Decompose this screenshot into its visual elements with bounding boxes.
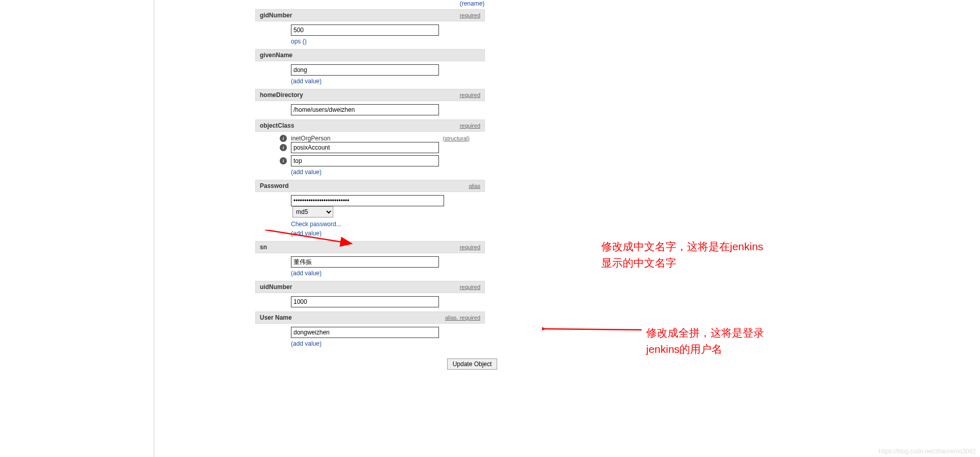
label-givenname: givenName [260,52,292,59]
section-body-objectclass: i inetOrgPerson (structural) i i (add va… [255,132,485,180]
required-tag[interactable]: required [460,92,480,98]
alias-tag[interactable]: alias [469,183,480,189]
annotation-username: 修改成全拼，这将是登录jenkins的用户名 [646,325,779,357]
rename-link[interactable]: (rename) [460,0,485,7]
gidnumber-input[interactable] [291,25,439,36]
label-password: Password [260,182,289,189]
label-homedir: homeDirectory [260,91,303,99]
sn-input[interactable] [291,256,439,268]
ldap-form: (rename) gidNumber required ops () given… [255,0,689,370]
section-body-givenname: (add value) [255,61,485,89]
check-password-link[interactable]: Check password... [291,221,341,228]
main-content: (rename) gidNumber required ops () given… [154,0,790,457]
arrow-icon [542,325,644,335]
add-value-link[interactable]: add value [293,169,320,176]
password-input[interactable] [291,195,444,206]
objectclass-row-1: i inetOrgPerson (structural) [291,135,470,142]
alias-tag[interactable]: alias [445,315,457,321]
givenname-input[interactable] [291,64,439,76]
svg-line-3 [545,329,642,330]
info-icon[interactable]: i [280,135,287,142]
watermark: https://blog.csdn.net/zhanremo3062 [878,448,976,455]
required-tag[interactable]: required [460,123,480,129]
required-tag[interactable]: required [460,244,480,250]
ops-link[interactable]: ops () [291,38,307,45]
add-value-link[interactable]: add value [293,270,320,277]
update-object-button[interactable]: Update Object [447,358,498,370]
objectclass-input-2[interactable] [291,142,439,153]
section-header-gidnumber: gidNumber required [255,9,485,21]
uidnumber-input[interactable] [291,296,439,307]
objectclass-row-3: i [291,155,485,166]
label-username: User Name [260,314,292,321]
section-header-homedir: homeDirectory required [255,89,485,101]
info-icon[interactable]: i [280,157,287,164]
section-body-gidnumber: ops () [255,21,485,49]
section-body-username: (add value) [255,324,485,351]
label-uidnumber: uidNumber [260,283,292,291]
svg-line-1 [265,230,352,244]
rename-link-row: (rename) [255,0,689,7]
section-body-sn: (add value) [255,253,485,281]
section-body-homedir [255,101,485,119]
section-header-givenname: givenName [255,49,485,61]
section-header-uidnumber: uidNumber required [255,281,485,293]
meta-tags: alias, required [445,315,480,321]
label-objectclass: objectClass [260,122,294,129]
username-input[interactable] [291,327,439,338]
structural-label: (structural) [443,135,470,141]
add-value-link[interactable]: add value [293,340,320,347]
section-header-objectclass: objectClass required [255,119,485,132]
add-value-link[interactable]: add value [293,78,320,85]
section-body-uidnumber [255,293,485,311]
section-header-password: Password alias [255,180,485,192]
arrow-icon [265,230,357,248]
required-tag[interactable]: required [460,284,480,290]
annotation-sn: 修改成中文名字，这将是在jenkins显示的中文名字 [601,238,770,271]
objectclass-static: inetOrgPerson [291,135,330,142]
submit-area: Update Object [255,358,689,370]
hash-select[interactable]: md5 [292,206,333,218]
required-tag[interactable]: required [460,12,480,18]
homedir-input[interactable] [291,104,439,115]
section-header-username: User Name alias, required [255,311,485,324]
left-panel [0,0,154,457]
info-icon[interactable]: i [280,144,287,151]
objectclass-row-2: i [291,142,485,153]
required-tag[interactable]: required [460,315,480,321]
objectclass-input-3[interactable] [291,155,439,166]
label-gidnumber: gidNumber [260,12,292,19]
